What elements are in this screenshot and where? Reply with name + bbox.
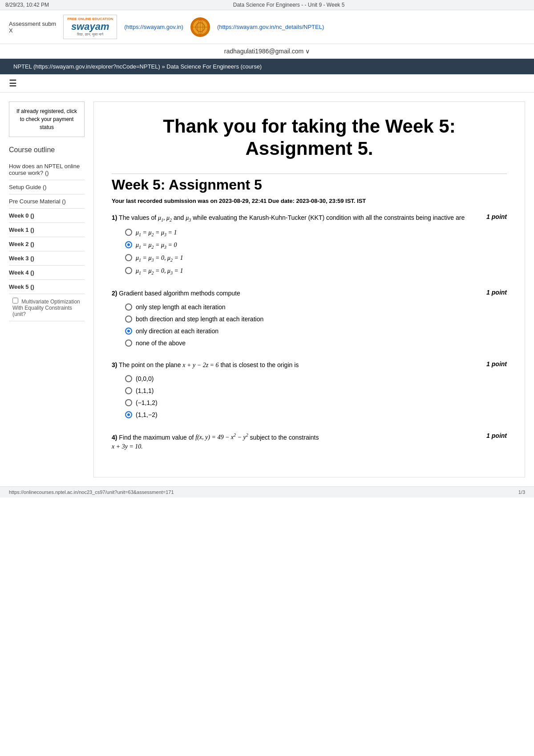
q2-option-1[interactable]: only step length at each iteration [125,303,507,312]
header: Assessment subm X FREE ONLINE EDUCATION … [0,10,534,44]
email-dropdown-icon[interactable]: ∨ [305,48,310,55]
q3-option-3-label: (−1,1,2) [136,398,158,408]
course-outline-title: Course outline [9,146,85,154]
assessment-text: Assessment subm [9,20,56,27]
q3-radio-4[interactable] [125,411,132,418]
q1-radio-4[interactable] [125,267,132,274]
swayam-subtext: विद्या, ज्ञान, मुक्त मार्ग [77,32,103,37]
swayam-logo[interactable]: FREE ONLINE EDUCATION swayam विद्या, ज्ञ… [63,15,117,39]
browser-bar: 8/29/23, 10:42 PM Data Science For Engin… [0,0,534,10]
register-box-text: If already registered, click to check yo… [16,108,77,130]
q1-option-1[interactable]: μ1 = μ2 = μ3 = 1 [125,228,507,238]
q2-option-3-label: only direction at each iteration [136,327,218,336]
sidebar-item-week5[interactable]: Week 5 () [9,280,85,294]
content-area: Thank you for taking the Week 5: Assignm… [93,101,525,477]
q1-mu: μ1, μ2 [158,214,172,221]
user-email: radhagulati1986@gmail.com [224,48,303,55]
q2-radio-1[interactable] [125,303,132,311]
submission-info: Your last recorded submission was on 202… [112,198,507,204]
q3-option-1-label: (0,0,0) [136,374,154,384]
question-1: 1) The values of μ1, μ2 and μ3 while eva… [112,213,507,276]
q1-radio-1[interactable] [125,229,132,236]
q2-radio-4[interactable] [125,340,132,347]
q2-option-4[interactable]: none of the above [125,339,507,348]
q1-radio-2[interactable] [125,241,132,248]
q4-number: 4) [112,433,117,441]
q1-option-2[interactable]: μ1 = μ2 = μ3 = 0 [125,240,507,251]
q2-option-1-label: only step length at each iteration [136,303,226,312]
sidebar: If already registered, click to check yo… [9,101,85,477]
q1-number: 1) [112,214,117,221]
question-4-text: 4) Find the maximum value of f(x, y) = 4… [112,432,477,452]
q1-option-3[interactable]: μ1 = μ3 = 0, μ2 = 1 [125,253,507,263]
swayam-tagline: FREE ONLINE EDUCATION [67,17,113,21]
browser-timestamp: 8/29/23, 10:42 PM [5,2,49,8]
question-1-text: 1) The values of μ1, μ2 and μ3 while eva… [112,213,477,223]
q1-mu3: μ3 [186,214,191,221]
close-label[interactable]: X [9,27,56,34]
sidebar-item-precourse[interactable]: Pre Course Material () [9,194,85,209]
q1-option-1-label: μ1 = μ2 = μ3 = 1 [136,228,177,238]
q3-radio-1[interactable] [125,375,132,382]
sidebar-item-week1[interactable]: Week 1 () [9,223,85,237]
q2-number: 2) [112,290,117,297]
q2-radio-3[interactable] [125,327,132,335]
sidebar-item-week0[interactable]: Week 0 () [9,209,85,223]
swayam-url-link[interactable]: (https://swayam.gov.in) [124,24,183,30]
q1-option-4[interactable]: μ1 = μ2 = 0, μ3 = 1 [125,266,507,276]
q2-option-2-label: both direction and step length at each i… [136,315,263,324]
register-box[interactable]: If already registered, click to check yo… [9,101,85,137]
nav-bar: ☰ [0,74,534,93]
hamburger-menu-icon[interactable]: ☰ [9,78,17,88]
q3-option-4-label: (1,1,−2) [136,410,158,420]
email-bar: radhagulati1986@gmail.com ∨ [0,44,534,59]
sidebar-item-setup[interactable]: Setup Guide () [9,180,85,194]
question-3-text: 3) The point on the plane x + y − 2z = 6… [112,360,477,370]
nptel-url-link[interactable]: (https://swayam.gov.in/nc_details/NPTEL) [217,24,324,30]
q3-option-1[interactable]: (0,0,0) [125,374,507,384]
question-2-text: 2) Gradient based algorithm methods comp… [112,289,477,298]
q3-option-4[interactable]: (1,1,−2) [125,410,507,420]
sidebar-item-week3[interactable]: Week 3 () [9,251,85,266]
sidebar-item-multivariate[interactable]: Multivariate Optimization With Equality … [9,294,85,321]
sidebar-item-how[interactable]: How does an NPTEL online course work? () [9,159,85,180]
footer-bar: https://onlinecourses.nptel.ac.in/noc23_… [0,486,534,497]
q4-points: 1 point [486,432,507,439]
question-4: 4) Find the maximum value of f(x, y) = 4… [112,432,507,452]
course-breadcrumb: Data Science For Engineers (course) [166,63,262,70]
q2-radio-2[interactable] [125,315,132,323]
q2-options: only step length at each iteration both … [112,303,507,348]
q3-radio-2[interactable] [125,387,132,394]
assessment-badge: Assessment subm X [9,20,56,34]
q1-option-2-label: μ1 = μ2 = μ3 = 0 [136,240,177,251]
question-2: 2) Gradient based algorithm methods comp… [112,289,507,348]
swayam-wordmark: swayam [71,21,109,32]
q1-radio-3[interactable] [125,254,132,261]
q3-option-2[interactable]: (1,1,1) [125,386,507,396]
question-3: 3) The point on the plane x + y − 2z = 6… [112,360,507,420]
breadcrumb-separator: » [162,63,165,70]
q3-options: (0,0,0) (1,1,1) (−1,1,2) (1,1,−2) [112,374,507,420]
nptel-logo[interactable] [190,17,210,37]
q1-options: μ1 = μ2 = μ3 = 1 μ1 = μ2 = μ3 = 0 μ1 = μ… [112,228,507,276]
nptel-breadcrumb-link[interactable]: NPTEL (https://swayam.gov.in/explorer?nc… [13,63,160,70]
q2-option-2[interactable]: both direction and step length at each i… [125,315,507,324]
q3-points: 1 point [486,360,507,368]
q4-func: f(x, y) = 49 − x2 − y2 [195,434,248,441]
q3-option-2-label: (1,1,1) [136,386,154,396]
q2-option-4-label: none of the above [136,339,186,348]
breadcrumb-bar: NPTEL (https://swayam.gov.in/explorer?nc… [0,59,534,74]
multivariate-checkbox[interactable] [12,298,18,303]
browser-title: Data Science For Engineers - - Unit 9 - … [233,2,345,8]
q4-constraint: x + 3y = 10. [112,443,143,450]
q3-radio-3[interactable] [125,399,132,406]
q3-option-3[interactable]: (−1,1,2) [125,398,507,408]
q2-option-3[interactable]: only direction at each iteration [125,327,507,336]
q1-points: 1 point [486,213,507,220]
footer-page: 1/3 [518,489,525,495]
q1-option-4-label: μ1 = μ2 = 0, μ3 = 1 [136,266,183,276]
sidebar-item-week2[interactable]: Week 2 () [9,237,85,251]
assignment-heading: Week 5: Assignment 5 [112,177,507,193]
sidebar-item-week4[interactable]: Week 4 () [9,266,85,280]
main-container: If already registered, click to check yo… [0,93,534,486]
